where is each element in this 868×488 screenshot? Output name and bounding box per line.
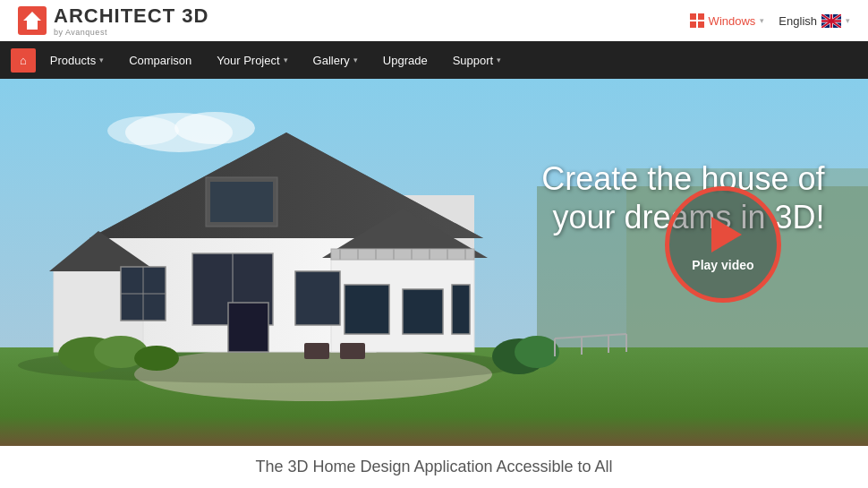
tagline-bar: The 3D Home Design Application Accessibl… [0,446,868,488]
hero-section: Create the house of your dreams in 3D! P… [0,79,868,446]
nav-item-gallery[interactable]: Gallery ▾ [302,47,369,74]
lang-label: English [779,14,817,28]
products-chevron: ▾ [99,56,104,64]
top-right-controls: Windows ▾ English ▾ [690,13,850,28]
play-label: Play video [692,258,753,272]
svg-rect-5 [698,21,704,28]
svg-rect-58 [304,343,329,359]
windows-chevron: ▾ [760,16,764,25]
logo-subtitle: by Avanquest [54,28,208,37]
nav-item-support[interactable]: Support ▾ [442,47,513,74]
logo-text: ARCHITECT 3D by Avanquest [54,4,208,37]
nav-gallery-label: Gallery [313,54,350,67]
language-selector[interactable]: English ▾ [779,14,850,28]
svg-rect-59 [340,343,365,359]
logo-icon [18,6,47,35]
logo-area: ARCHITECT 3D by Avanquest [18,4,208,37]
your-project-chevron: ▾ [284,56,288,64]
top-bar: ARCHITECT 3D by Avanquest Windows ▾ Engl… [0,0,868,41]
hero-title-line1: Create the house of [541,160,824,197]
nav-item-upgrade[interactable]: Upgrade [372,47,438,74]
nav-your-project-label: Your Project [217,54,279,67]
svg-point-55 [134,346,179,371]
nav-comparison-label: Comparison [129,54,191,67]
flag-icon [821,14,841,28]
nav-upgrade-label: Upgrade [383,54,428,67]
windows-label: Windows [709,14,756,28]
tagline-text: The 3D Home Design Application Accessibl… [255,458,612,476]
windows-icon [690,13,704,28]
windows-selector[interactable]: Windows ▾ [690,13,765,28]
nav-item-comparison[interactable]: Comparison [118,47,202,74]
svg-point-17 [174,112,255,144]
play-triangle-icon [711,217,742,253]
support-chevron: ▾ [497,56,501,64]
gallery-chevron: ▾ [353,56,358,64]
logo-title: ARCHITECT 3D [54,4,208,28]
lang-chevron: ▾ [846,16,850,25]
svg-point-57 [515,336,559,368]
nav-home[interactable]: ⌂ [11,48,36,73]
svg-rect-52 [228,303,268,352]
svg-rect-39 [295,271,340,325]
nav-item-your-project[interactable]: Your Project ▾ [206,47,298,74]
svg-rect-4 [690,21,696,28]
svg-rect-41 [403,289,443,334]
svg-rect-3 [698,13,704,20]
main-nav: ⌂ Products ▾ Comparison Your Project ▾ G… [0,41,868,79]
nav-products-label: Products [50,54,96,67]
svg-rect-42 [452,285,470,334]
play-video-button[interactable]: Play video [665,186,781,303]
home-icon: ⌂ [20,54,27,67]
svg-rect-40 [345,285,389,334]
nav-support-label: Support [453,54,494,67]
svg-rect-43 [331,249,474,260]
svg-rect-2 [690,13,696,20]
nav-item-products[interactable]: Products ▾ [39,47,115,74]
svg-point-18 [107,116,179,145]
svg-rect-31 [210,182,273,222]
